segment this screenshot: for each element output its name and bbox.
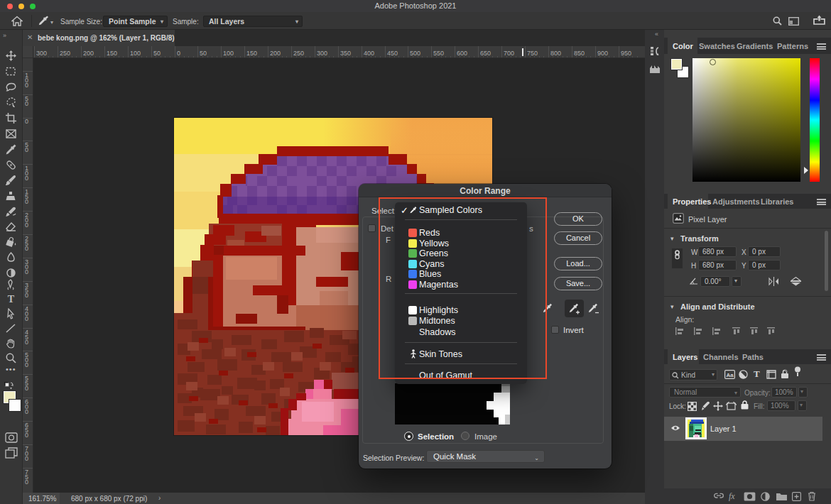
svg-text:Aa: Aa bbox=[726, 372, 734, 378]
svg-text:T: T bbox=[8, 294, 15, 305]
